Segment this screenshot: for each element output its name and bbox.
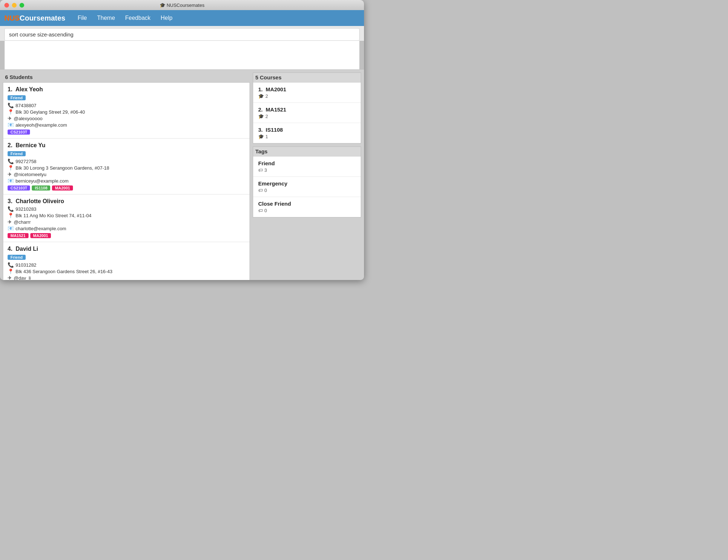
course-tag-cs2103t: CS2103T xyxy=(8,130,30,135)
courses-panel: 5 Courses 1. MA2001 🎓 2 2. MA1521 xyxy=(253,73,361,144)
course-item-count: 🎓 2 xyxy=(258,93,356,99)
address-icon: 📍 xyxy=(8,165,14,171)
menu-theme[interactable]: Theme xyxy=(92,13,120,23)
address-icon: 📍 xyxy=(8,213,14,218)
menu-help[interactable]: Help xyxy=(156,13,178,23)
student-telegram: ✈ @dav_li xyxy=(8,275,245,280)
students-header: 6 Students xyxy=(3,73,250,82)
telegram-icon: ✈ xyxy=(8,219,12,225)
tag-item-name: Emergency xyxy=(258,180,356,187)
courses-list[interactable]: 1. MA2001 🎓 2 2. MA1521 🎓 2 xyxy=(253,83,361,143)
tag-badge-friend: Friend xyxy=(8,95,26,100)
tag-item-name: Friend xyxy=(258,160,356,166)
left-panel: 6 Students 1. Alex Yeoh Friend 📞 8743880… xyxy=(3,73,250,280)
tag-item-friend[interactable]: Friend 🏷 3 xyxy=(253,157,361,177)
email-icon: 📧 xyxy=(8,226,14,231)
search-wrapper xyxy=(0,26,364,41)
tag-item-close-friend[interactable]: Close Friend 🏷 0 xyxy=(253,197,361,217)
course-item-name: 3. IS1108 xyxy=(258,127,356,133)
menu-feedback[interactable]: Feedback xyxy=(120,13,156,23)
app-logo: NUSCoursemates xyxy=(4,14,65,22)
tag-badge-friend: Friend xyxy=(8,151,26,156)
right-panel: 5 Courses 1. MA2001 🎓 2 2. MA1521 xyxy=(253,73,361,280)
tags-list: Friend 🏷 3 Emergency 🏷 0 Close Friend xyxy=(253,157,361,217)
student-email: 📧 charlotte@example.com xyxy=(8,226,245,231)
course-item[interactable]: 1. MA2001 🎓 2 xyxy=(253,83,361,103)
tag-item-name: Close Friend xyxy=(258,201,356,207)
search-input[interactable] xyxy=(4,28,360,41)
course-item-name: 1. MA2001 xyxy=(258,86,356,92)
courses-header: 5 Courses xyxy=(253,73,361,83)
tags-header: Tags xyxy=(253,147,361,157)
window-title: 🎓 NUSCoursemates xyxy=(160,3,204,8)
person-icon: 🎓 xyxy=(258,93,264,99)
search-results-area xyxy=(4,41,360,70)
tag-icon: 🏷 xyxy=(258,167,263,173)
student-name: 2. Bernice Yu xyxy=(8,142,245,149)
window-controls[interactable] xyxy=(4,3,24,8)
telegram-icon: ✈ xyxy=(8,275,12,280)
student-phone: 📞 91031282 xyxy=(8,262,245,268)
person-icon: 🎓 xyxy=(258,134,264,139)
student-phone: 📞 87438807 xyxy=(8,102,245,108)
student-item[interactable]: 3. Charlotte Oliveiro 📞 93210283 📍 Blk 1… xyxy=(3,194,250,242)
course-item[interactable]: 2. MA1521 🎓 2 xyxy=(253,103,361,123)
student-phone: 📞 93210283 xyxy=(8,206,245,212)
email-icon: 📧 xyxy=(8,122,14,128)
address-icon: 📍 xyxy=(8,268,14,274)
student-phone: 📞 99272758 xyxy=(8,158,245,164)
student-name: 3. Charlotte Oliveiro xyxy=(8,198,245,205)
address-icon: 📍 xyxy=(8,109,14,115)
students-list[interactable]: 1. Alex Yeoh Friend 📞 87438807 📍 Blk 30 … xyxy=(3,82,250,280)
tag-item-count: 🏷 0 xyxy=(258,208,356,213)
tag-icon: 🏷 xyxy=(258,188,263,193)
course-tags: CS2103T IS1108 MA2001 xyxy=(8,185,245,191)
logo-nus: NUS xyxy=(4,14,20,22)
telegram-icon: ✈ xyxy=(8,115,12,121)
student-address: 📍 Blk 11 Ang Mo Kio Street 74, #11-04 xyxy=(8,213,245,218)
main-content: 6 Students 1. Alex Yeoh Friend 📞 8743880… xyxy=(0,70,364,280)
tag-badge-friend: Friend xyxy=(8,255,26,260)
student-telegram: ✈ @nicetomeetyu xyxy=(8,171,245,177)
course-item[interactable]: 3. IS1108 🎓 1 xyxy=(253,123,361,143)
student-name: 4. David Li xyxy=(8,246,245,252)
student-address: 📍 Blk 30 Lorong 3 Serangoon Gardens, #07… xyxy=(8,165,245,171)
student-address: 📍 Blk 30 Geylang Street 29, #06-40 xyxy=(8,109,245,115)
student-item[interactable]: 4. David Li Friend 📞 91031282 📍 Blk 436 … xyxy=(3,242,250,280)
student-name: 1. Alex Yeoh xyxy=(8,86,245,93)
phone-icon: 📞 xyxy=(8,158,14,164)
email-icon: 📧 xyxy=(8,178,14,184)
logo-coursemates: Coursemates xyxy=(20,14,65,22)
course-item-count: 🎓 2 xyxy=(258,114,356,119)
telegram-icon: ✈ xyxy=(8,171,12,177)
tag-item-emergency[interactable]: Emergency 🏷 0 xyxy=(253,177,361,197)
course-tag-ma2001: MA2001 xyxy=(30,233,51,238)
student-email: 📧 berniceyu@example.com xyxy=(8,178,245,184)
phone-icon: 📞 xyxy=(8,262,14,268)
course-tag-is1108: IS1108 xyxy=(32,185,50,191)
course-item-count: 🎓 1 xyxy=(258,134,356,139)
tag-item-count: 🏷 0 xyxy=(258,188,356,193)
tag-icon: 🏷 xyxy=(258,208,263,213)
close-button[interactable] xyxy=(4,3,9,8)
title-bar: 🎓 NUSCoursemates xyxy=(0,0,364,10)
maximize-button[interactable] xyxy=(20,3,24,8)
course-tag-ma1521: MA1521 xyxy=(8,233,29,238)
student-email: 📧 alexyeoh@example.com xyxy=(8,122,245,128)
tags-panel: Tags Friend 🏷 3 Emergency 🏷 0 xyxy=(253,146,361,218)
menu-file[interactable]: File xyxy=(73,13,92,23)
course-tags: MA1521 MA2001 xyxy=(8,233,245,238)
menu-bar: NUSCoursemates File Theme Feedback Help xyxy=(0,10,364,26)
minimize-button[interactable] xyxy=(12,3,17,8)
phone-icon: 📞 xyxy=(8,206,14,212)
student-telegram: ✈ @alexyooooo xyxy=(8,115,245,121)
tag-item-count: 🏷 3 xyxy=(258,167,356,173)
course-tag-ma2001: MA2001 xyxy=(52,185,73,191)
course-tag-cs2103t: CS2103T xyxy=(8,185,30,191)
phone-icon: 📞 xyxy=(8,102,14,108)
course-item-name: 2. MA1521 xyxy=(258,106,356,113)
student-item[interactable]: 2. Bernice Yu Friend 📞 99272758 📍 Blk 30… xyxy=(3,139,250,194)
student-item[interactable]: 1. Alex Yeoh Friend 📞 87438807 📍 Blk 30 … xyxy=(3,83,250,139)
person-icon: 🎓 xyxy=(258,114,264,119)
student-address: 📍 Blk 436 Serangoon Gardens Street 26, #… xyxy=(8,268,245,274)
